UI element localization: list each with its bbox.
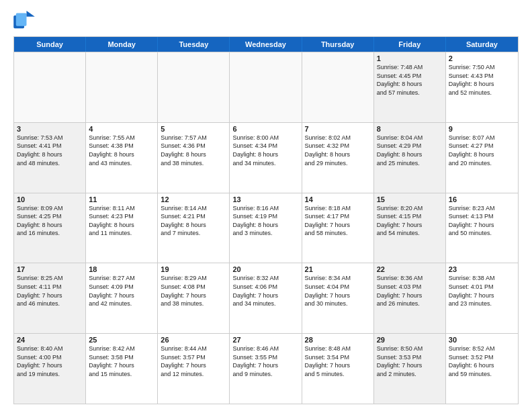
- day-number: 30: [449, 336, 515, 344]
- calendar-cell-27: 27Sunrise: 8:46 AM Sunset: 3:55 PM Dayli…: [230, 334, 302, 404]
- day-number: 7: [305, 125, 371, 133]
- day-number: 23: [449, 265, 515, 273]
- day-info: Sunrise: 8:20 AM Sunset: 4:15 PM Dayligh…: [377, 204, 443, 238]
- calendar-cell-empty-4: [302, 52, 374, 122]
- calendar-cell-3: 3Sunrise: 7:53 AM Sunset: 4:41 PM Daylig…: [14, 123, 86, 193]
- day-info: Sunrise: 8:50 AM Sunset: 3:53 PM Dayligh…: [377, 345, 443, 378]
- day-info: Sunrise: 7:55 AM Sunset: 4:38 PM Dayligh…: [89, 134, 154, 167]
- day-number: 4: [89, 125, 154, 133]
- day-number: 28: [305, 336, 371, 344]
- day-number: 5: [161, 125, 226, 133]
- calendar-cell-30: 30Sunrise: 8:52 AM Sunset: 3:52 PM Dayli…: [446, 334, 518, 404]
- svg-marker-2: [27, 11, 35, 17]
- calendar-body: 1Sunrise: 7:48 AM Sunset: 4:45 PM Daylig…: [14, 52, 518, 404]
- calendar-row-3: 10Sunrise: 8:09 AM Sunset: 4:25 PM Dayli…: [14, 193, 518, 263]
- day-number: 27: [232, 336, 298, 344]
- day-number: 25: [89, 336, 154, 344]
- header-day-monday: Monday: [86, 37, 158, 52]
- calendar-cell-13: 13Sunrise: 8:16 AM Sunset: 4:19 PM Dayli…: [230, 193, 302, 263]
- day-info: Sunrise: 8:02 AM Sunset: 4:32 PM Dayligh…: [305, 134, 371, 167]
- calendar-row-4: 17Sunrise: 8:25 AM Sunset: 4:11 PM Dayli…: [14, 263, 518, 333]
- calendar-cell-5: 5Sunrise: 7:57 AM Sunset: 4:36 PM Daylig…: [158, 123, 230, 193]
- calendar-cell-20: 20Sunrise: 8:32 AM Sunset: 4:06 PM Dayli…: [230, 263, 302, 333]
- day-number: 8: [377, 125, 443, 133]
- day-info: Sunrise: 8:07 AM Sunset: 4:27 PM Dayligh…: [449, 134, 515, 167]
- calendar-cell-14: 14Sunrise: 8:18 AM Sunset: 4:17 PM Dayli…: [302, 193, 374, 263]
- day-number: 1: [377, 54, 443, 62]
- day-info: Sunrise: 8:52 AM Sunset: 3:52 PM Dayligh…: [449, 345, 515, 378]
- calendar-row-1: 1Sunrise: 7:48 AM Sunset: 4:45 PM Daylig…: [14, 52, 518, 122]
- header-day-thursday: Thursday: [302, 37, 374, 52]
- day-number: 3: [17, 125, 83, 133]
- day-info: Sunrise: 8:04 AM Sunset: 4:29 PM Dayligh…: [377, 134, 443, 167]
- day-info: Sunrise: 8:48 AM Sunset: 3:54 PM Dayligh…: [305, 345, 371, 378]
- day-number: 29: [377, 336, 443, 344]
- day-number: 15: [377, 195, 443, 203]
- day-number: 10: [17, 195, 83, 203]
- day-number: 13: [232, 195, 298, 203]
- day-info: Sunrise: 8:09 AM Sunset: 4:25 PM Dayligh…: [17, 204, 83, 238]
- logo-icon: [13, 11, 35, 30]
- day-number: 24: [17, 336, 83, 344]
- calendar-cell-empty-0: [14, 52, 86, 122]
- day-info: Sunrise: 8:18 AM Sunset: 4:17 PM Dayligh…: [305, 204, 371, 238]
- day-info: Sunrise: 8:36 AM Sunset: 4:03 PM Dayligh…: [377, 274, 443, 308]
- calendar-cell-19: 19Sunrise: 8:29 AM Sunset: 4:08 PM Dayli…: [158, 263, 230, 333]
- day-info: Sunrise: 8:29 AM Sunset: 4:08 PM Dayligh…: [161, 274, 226, 308]
- day-number: 21: [305, 265, 371, 273]
- day-number: 22: [377, 265, 443, 273]
- calendar-cell-12: 12Sunrise: 8:14 AM Sunset: 4:21 PM Dayli…: [158, 193, 230, 263]
- calendar-cell-6: 6Sunrise: 8:00 AM Sunset: 4:34 PM Daylig…: [230, 123, 302, 193]
- day-number: 9: [449, 125, 515, 133]
- svg-rect-1: [16, 13, 27, 26]
- day-info: Sunrise: 8:00 AM Sunset: 4:34 PM Dayligh…: [232, 134, 298, 167]
- day-info: Sunrise: 7:57 AM Sunset: 4:36 PM Dayligh…: [161, 134, 226, 167]
- calendar-cell-23: 23Sunrise: 8:38 AM Sunset: 4:01 PM Dayli…: [446, 263, 518, 333]
- header-day-wednesday: Wednesday: [230, 37, 302, 52]
- day-info: Sunrise: 7:48 AM Sunset: 4:45 PM Dayligh…: [377, 63, 443, 97]
- calendar: SundayMondayTuesdayWednesdayThursdayFrid…: [13, 36, 519, 404]
- calendar-cell-8: 8Sunrise: 8:04 AM Sunset: 4:29 PM Daylig…: [374, 123, 446, 193]
- calendar-cell-11: 11Sunrise: 8:11 AM Sunset: 4:23 PM Dayli…: [86, 193, 158, 263]
- page-header: [13, 11, 519, 30]
- day-info: Sunrise: 7:50 AM Sunset: 4:43 PM Dayligh…: [449, 63, 515, 97]
- calendar-cell-7: 7Sunrise: 8:02 AM Sunset: 4:32 PM Daylig…: [302, 123, 374, 193]
- day-info: Sunrise: 8:14 AM Sunset: 4:21 PM Dayligh…: [161, 204, 226, 238]
- calendar-row-2: 3Sunrise: 7:53 AM Sunset: 4:41 PM Daylig…: [14, 122, 518, 193]
- day-info: Sunrise: 8:40 AM Sunset: 4:00 PM Dayligh…: [17, 345, 83, 378]
- day-info: Sunrise: 8:27 AM Sunset: 4:09 PM Dayligh…: [89, 274, 154, 308]
- day-number: 11: [89, 195, 154, 203]
- calendar-cell-16: 16Sunrise: 8:23 AM Sunset: 4:13 PM Dayli…: [446, 193, 518, 263]
- header-day-friday: Friday: [374, 37, 446, 52]
- calendar-cell-26: 26Sunrise: 8:44 AM Sunset: 3:57 PM Dayli…: [158, 334, 230, 404]
- day-number: 26: [161, 336, 226, 344]
- calendar-cell-22: 22Sunrise: 8:36 AM Sunset: 4:03 PM Dayli…: [374, 263, 446, 333]
- calendar-cell-28: 28Sunrise: 8:48 AM Sunset: 3:54 PM Dayli…: [302, 334, 374, 404]
- calendar-cell-1: 1Sunrise: 7:48 AM Sunset: 4:45 PM Daylig…: [374, 52, 446, 122]
- header-day-sunday: Sunday: [14, 37, 86, 52]
- day-number: 2: [449, 54, 515, 62]
- day-info: Sunrise: 8:32 AM Sunset: 4:06 PM Dayligh…: [232, 274, 298, 308]
- calendar-cell-18: 18Sunrise: 8:27 AM Sunset: 4:09 PM Dayli…: [86, 263, 158, 333]
- calendar-cell-17: 17Sunrise: 8:25 AM Sunset: 4:11 PM Dayli…: [14, 263, 86, 333]
- day-info: Sunrise: 8:34 AM Sunset: 4:04 PM Dayligh…: [305, 274, 371, 308]
- calendar-cell-4: 4Sunrise: 7:55 AM Sunset: 4:38 PM Daylig…: [86, 123, 158, 193]
- day-info: Sunrise: 8:16 AM Sunset: 4:19 PM Dayligh…: [232, 204, 298, 238]
- logo: [13, 11, 38, 30]
- calendar-cell-empty-3: [230, 52, 302, 122]
- day-info: Sunrise: 7:53 AM Sunset: 4:41 PM Dayligh…: [17, 134, 83, 167]
- day-number: 17: [17, 265, 83, 273]
- day-info: Sunrise: 8:42 AM Sunset: 3:58 PM Dayligh…: [89, 345, 154, 378]
- calendar-cell-24: 24Sunrise: 8:40 AM Sunset: 4:00 PM Dayli…: [14, 334, 86, 404]
- calendar-cell-9: 9Sunrise: 8:07 AM Sunset: 4:27 PM Daylig…: [446, 123, 518, 193]
- calendar-row-5: 24Sunrise: 8:40 AM Sunset: 4:00 PM Dayli…: [14, 333, 518, 404]
- header-day-tuesday: Tuesday: [158, 37, 230, 52]
- day-number: 19: [161, 265, 226, 273]
- calendar-cell-empty-2: [158, 52, 230, 122]
- header-day-saturday: Saturday: [446, 37, 518, 52]
- day-info: Sunrise: 8:44 AM Sunset: 3:57 PM Dayligh…: [161, 345, 226, 378]
- day-info: Sunrise: 8:25 AM Sunset: 4:11 PM Dayligh…: [17, 274, 83, 308]
- day-info: Sunrise: 8:38 AM Sunset: 4:01 PM Dayligh…: [449, 274, 515, 308]
- day-number: 12: [161, 195, 226, 203]
- day-number: 16: [449, 195, 515, 203]
